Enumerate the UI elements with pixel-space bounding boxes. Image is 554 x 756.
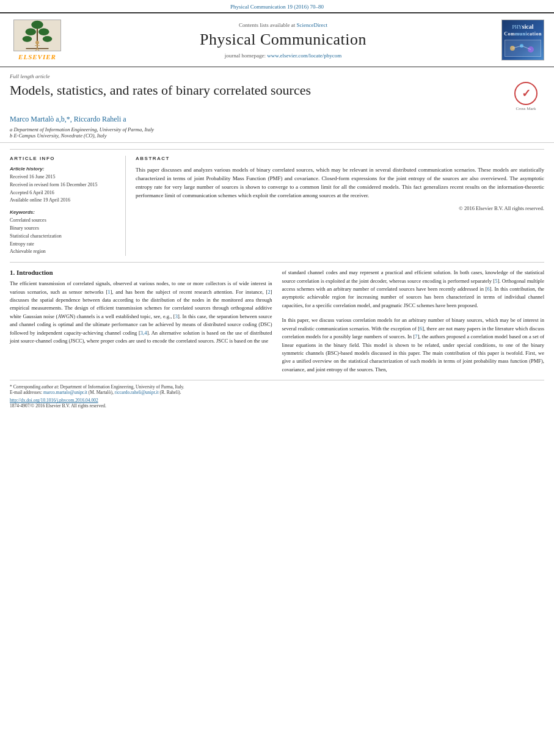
divider-2 (10, 262, 544, 263)
footnote-section: * Corresponding author at: Department of… (10, 380, 544, 395)
svg-point-5 (23, 36, 32, 42)
ref-6: 6 (487, 286, 489, 292)
received-date: Received 16 June 2015 (10, 173, 118, 181)
article-title: Models, statistics, and rates of binary … (10, 82, 501, 100)
article-type-label: Full length article (10, 73, 544, 79)
keyword-2: Binary sources (10, 225, 118, 233)
keyword-5: Achievable region (10, 248, 118, 256)
doi-section: http://dx.doi.org/10.1016/j.phycom.2016.… (0, 395, 554, 413)
available-date: Available online 19 April 2016 (10, 197, 118, 205)
svg-point-4 (38, 28, 49, 35)
svg-point-8 (35, 41, 39, 45)
ref-6b: 6 (420, 325, 422, 332)
intro-left-para: The efficient transmission of correlated… (10, 280, 272, 345)
abstract-label: ABSTRACT (136, 156, 544, 162)
intro-heading: 1. Introduction (10, 269, 272, 276)
email1-link[interactable]: marco.martalo@unipr.it (43, 390, 87, 395)
affiliation-b: b E-Campus University, Novedrate (CO), I… (10, 133, 544, 139)
journal-title: Physical Communication (200, 31, 366, 49)
journal-cover: PHYsical Communication (501, 20, 544, 60)
svg-point-2 (31, 21, 43, 29)
ref-34: 3,4 (140, 330, 147, 336)
elsevier-logo: ELSEVIER (10, 20, 65, 60)
crossmark-label: Cross Mark (516, 106, 536, 111)
homepage-link[interactable]: www.elsevier.com/locate/phycom (267, 53, 341, 59)
keyword-4: Entropy rate (10, 241, 118, 249)
divider-1 (10, 149, 544, 150)
top-bar: Physical Communication 19 (2016) 70–80 (0, 0, 554, 12)
ref-7: 7 (415, 333, 417, 340)
journal-issue-link[interactable]: Physical Communication 19 (2016) 70–80 (230, 4, 324, 10)
header-center: Contents lists available at ScienceDirec… (71, 20, 495, 60)
ref-2: 2 (268, 289, 270, 295)
elsevier-tree-graphic (13, 20, 61, 51)
footnote-corresponding: * Corresponding author at: Department of… (10, 384, 544, 390)
svg-point-3 (26, 28, 37, 35)
email2-link[interactable]: riccardo.raheli@unipr.it (115, 390, 159, 395)
authors-line: Marco Martalò a,b,*, Riccardo Raheli a (10, 115, 544, 124)
article-info-abstract: ARTICLE INFO Article history: Received 1… (0, 156, 554, 256)
article-info-column: ARTICLE INFO Article history: Received 1… (10, 156, 126, 256)
issn-text: 1874-4907/© 2016 Elsevier B.V. All right… (10, 403, 544, 409)
contents-line: Contents lists available at ScienceDirec… (239, 22, 327, 28)
affiliation-a: a Department of Information Engineering,… (10, 126, 544, 133)
cover-title-text: PHYsical Communication (504, 23, 542, 37)
authors-text: Marco Martalò a,b,*, Riccardo Raheli a (10, 115, 126, 123)
keyword-3: Statistical characterization (10, 233, 118, 241)
cover-image (505, 40, 541, 57)
affiliations: a Department of Information Engineering,… (10, 126, 544, 139)
elsevier-tree-svg (14, 20, 60, 51)
revised-date: Received in revised form 16 December 201… (10, 181, 118, 189)
body-right-column: of standard channel codes and may repres… (282, 269, 545, 374)
body-left-column: 1. Introduction The efficient transmissi… (10, 269, 272, 374)
copyright-line: © 2016 Elsevier B.V. All rights reserved… (136, 205, 544, 211)
footnote-emails: E-mail addresses: marco.martalo@unipr.it… (10, 390, 544, 395)
ref-5: 5 (495, 278, 497, 284)
svg-point-6 (43, 36, 53, 42)
intro-right-para1: of standard channel codes and may repres… (282, 269, 545, 310)
keywords-label: Keywords: (10, 209, 118, 215)
doi-link[interactable]: http://dx.doi.org/10.1016/j.phycom.2016.… (10, 398, 98, 403)
accepted-date: Accepted 6 April 2016 (10, 189, 118, 197)
keyword-1: Correlated sources (10, 217, 118, 225)
keywords-block: Keywords: Correlated sources Binary sour… (10, 209, 118, 256)
intro-right-para2: In this paper, we discuss various correl… (282, 316, 545, 374)
article-header: Full length article Models, statistics, … (0, 67, 554, 143)
sciencedirect-link[interactable]: ScienceDirect (297, 22, 327, 28)
body-section: 1. Introduction The efficient transmissi… (0, 269, 554, 374)
ref-1: 1 (108, 289, 110, 295)
article-title-row: Models, statistics, and rates of binary … (10, 82, 544, 111)
crossmark-logo (514, 82, 538, 105)
elsevier-wordmark: ELSEVIER (18, 53, 56, 60)
header-section: ELSEVIER Contents lists available at Sci… (0, 12, 554, 67)
article-info-label: ARTICLE INFO (10, 156, 118, 162)
crossmark-badge[interactable]: Cross Mark (508, 82, 544, 111)
abstract-column: ABSTRACT This paper discusses and analyz… (136, 156, 544, 256)
history-label: Article history: (10, 166, 118, 172)
abstract-text: This paper discusses and analyzes variou… (136, 166, 544, 200)
homepage-line: journal homepage: www.elsevier.com/locat… (225, 53, 341, 59)
ref-3: 3 (175, 313, 178, 319)
history-block: Article history: Received 16 June 2015 R… (10, 166, 118, 205)
cover-decoration (506, 41, 540, 56)
